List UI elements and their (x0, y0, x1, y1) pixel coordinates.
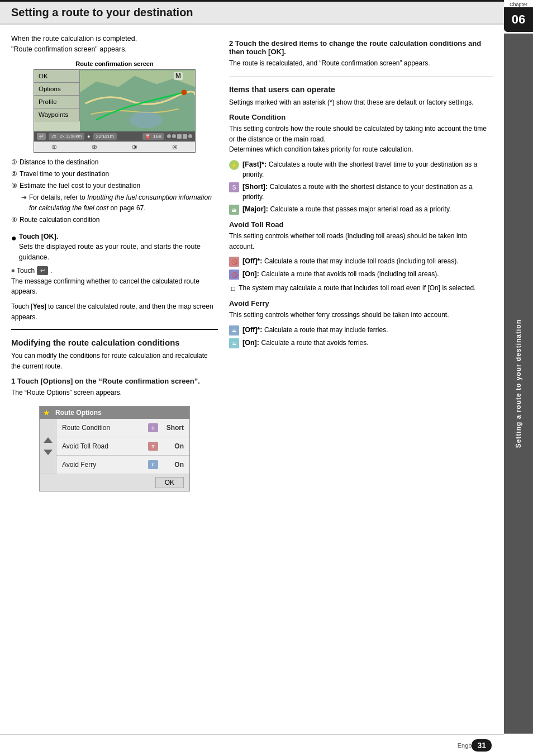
ferry-off-content: [Off]*: Calculate a route that may inclu… (242, 325, 388, 335)
scroll-up-icon[interactable] (44, 437, 53, 443)
ok-button[interactable]: OK (34, 70, 80, 83)
chapter-label: Chapter (510, 0, 527, 7)
fast-content: [Fast]*: Calculates a route with the sho… (242, 159, 493, 179)
route-confirmation-screen: OK Options Profile Waypoints 11:51 (34, 69, 196, 153)
annotation-item-2: ② Travel time to your destination (11, 169, 218, 179)
status-icon-3 (177, 134, 182, 139)
ann-text-3: Estimate the fuel cost to your destinati… (20, 181, 140, 191)
intro-text: When the route calculation is completed,… (11, 34, 218, 55)
back-button[interactable]: ↩ (37, 266, 48, 275)
toll-on-item: 🚫 [On]: Calculate a route that avoids to… (229, 269, 493, 280)
toll-off-label: [Off]*: (242, 257, 262, 265)
avoid-ferry-row[interactable]: Avoid Ferry F On (56, 456, 189, 474)
avoid-toll-label: Avoid Toll Road (62, 442, 144, 450)
ann-text-2: Travel time to your destination (20, 169, 109, 179)
ann-num-4: ④ (11, 215, 17, 225)
ann-num-1: ① (11, 157, 17, 168)
fast-text: Calculates a route with the shortest tra… (242, 160, 477, 178)
route-condition-body: This setting controls how the route shou… (229, 124, 493, 155)
modifying-heading: Modifying the route calculation conditio… (11, 338, 218, 347)
undo-button[interactable]: ↩ (37, 133, 46, 140)
route-options-ok-button[interactable]: OK (155, 477, 184, 488)
page-footer: Engb 31 (0, 734, 504, 756)
major-item: 🏔 [Major]: Calculate a route that passes… (229, 204, 493, 215)
annotation-item-3: ③ Estimate the fuel cost to your destina… (11, 181, 218, 191)
avoid-ferry-heading: Avoid Ferry (229, 299, 493, 308)
svg-text:⛴: ⛴ (232, 328, 237, 334)
toll-on-label: [On]: (242, 270, 259, 278)
svg-text:🚫: 🚫 (231, 272, 238, 278)
bullet-icon: ● (11, 231, 17, 245)
avoid-ferry-icon: F (148, 460, 158, 469)
svg-text:S: S (232, 185, 236, 191)
screen-status-bar: ↩ 2x 2x 1298km ● 22h41m ⛽ 169 (34, 131, 195, 141)
waypoints-button[interactable]: Waypoints (34, 108, 80, 121)
major-icon: 🏔 (229, 205, 239, 215)
page-header: Setting a route to your destination (0, 0, 504, 25)
profile-button[interactable]: Profile (34, 96, 80, 108)
short-text: Calculates a route with the shortest dis… (242, 183, 473, 201)
options-button[interactable]: Options (34, 83, 80, 96)
ann-text-sub: For details, refer to Inputting the fuel… (29, 192, 218, 214)
ferry-on-item: ⛴ [On]: Calculate a route that avoids fe… (229, 338, 493, 348)
touch-ok-body: Sets the displayed route as your route, … (19, 243, 201, 261)
arrow-icon: ➔ (21, 192, 27, 214)
chapter-tab: Chapter 06 (504, 0, 533, 32)
short-icon: S (229, 182, 239, 192)
screen-map: 11:51 (80, 70, 195, 131)
status-icon-5 (188, 134, 192, 138)
route-condition-row[interactable]: Route Condition S Short (56, 419, 189, 437)
scroll-arrows (40, 419, 56, 474)
status-icons (167, 134, 192, 139)
toll-on-text: Calculate a route that avoids toll roads… (261, 270, 439, 278)
scroll-down-icon[interactable] (44, 450, 53, 455)
section-divider (11, 329, 218, 330)
fast-icon: ⚡ (229, 160, 239, 170)
right-column: 2 Touch the desired items to change the … (229, 34, 493, 492)
screen-nav-col: OK Options Profile Waypoints (34, 70, 80, 131)
avoid-toll-row[interactable]: Avoid Toll Road T On (56, 437, 189, 456)
left-column: When the route calculation is completed,… (11, 34, 218, 492)
ferry-off-text: Calculate a route that may include ferri… (264, 326, 388, 334)
short-item: S [Short]: Calculates a route with the s… (229, 182, 493, 202)
touch-back-suffix: . (50, 267, 52, 275)
toll-on-content: [On]: Calculate a route that avoids toll… (242, 269, 439, 279)
avoid-ferry-value: On (163, 461, 184, 469)
avoid-toll-icon: T (148, 442, 158, 451)
num-4: ④ (172, 144, 178, 151)
num-1: ① (51, 144, 57, 151)
major-label: [Major]: (242, 205, 268, 213)
numbered-row: ① ② ③ ④ (34, 141, 195, 152)
dash-bullet: ■ (11, 267, 15, 273)
items-divider (229, 77, 493, 77)
step1-body: The “Route Options” screen appears. (11, 388, 218, 398)
ann-num-2: ② (11, 169, 17, 179)
touch-ok-content: Touch [OK]. Sets the displayed route as … (19, 231, 218, 263)
svg-text:⛴: ⛴ (232, 341, 237, 347)
route-options-title: Route Options (55, 409, 102, 417)
toll-off-icon: 🚫 (229, 257, 239, 267)
stat-fuel: ⛽ 169 (142, 133, 164, 140)
ferry-on-label: [On]: (242, 339, 259, 347)
ferry-on-text: Calculate a route that avoids ferries. (261, 339, 368, 347)
language-label: Engb (458, 742, 472, 749)
ferry-on-icon: ⛴ (229, 338, 239, 348)
route-options-ok-row: OK (40, 474, 189, 491)
items-body: Settings marked with an asterisk (*) sho… (229, 97, 493, 108)
annotation-item-4: ④ Route calculation condition (11, 215, 218, 225)
cancel-message: The message confirming whether to cancel… (11, 276, 218, 297)
step-1-block: 1 Touch [Options] on the “Route confirma… (11, 377, 218, 398)
svg-point-3 (129, 111, 162, 127)
avoid-toll-body: This setting controls whether toll roads… (229, 231, 493, 252)
svg-text:⚡: ⚡ (231, 162, 238, 169)
items-heading: Items that users can operate (229, 85, 493, 94)
annotation-item-1: ① Distance to the destination (11, 157, 218, 168)
annotation-list: ① Distance to the destination ② Travel t… (11, 157, 218, 226)
chapter-number: 06 (504, 7, 533, 32)
major-content: [Major]: Calculate a route that passes m… (242, 204, 451, 214)
short-content: [Short]: Calculates a route with the sho… (242, 182, 493, 202)
ferry-off-icon: ⛴ (229, 325, 239, 336)
short-label: [Short]: (242, 183, 268, 191)
avoid-toll-heading: Avoid Toll Road (229, 220, 493, 229)
svg-point-2 (181, 89, 187, 95)
